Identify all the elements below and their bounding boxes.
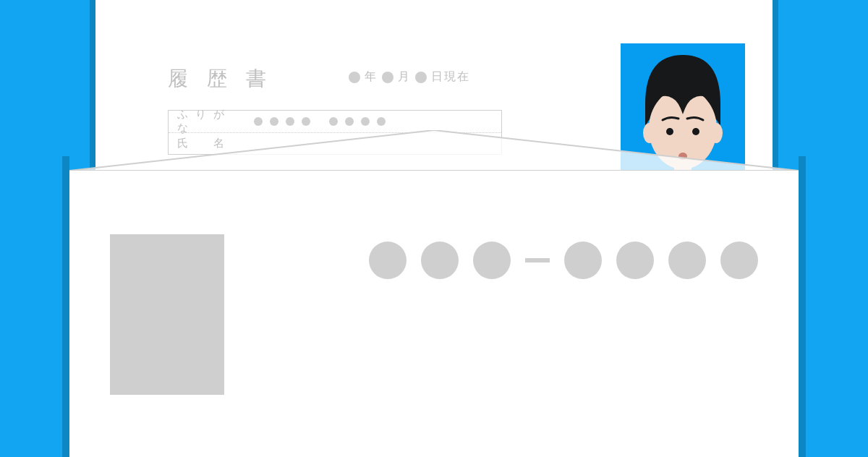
- postal-dash: [525, 258, 550, 262]
- resume-row-furigana: ふりがな: [169, 111, 501, 132]
- postal-digit: [720, 242, 758, 279]
- svg-point-2: [710, 123, 723, 143]
- envelope-content: [110, 234, 758, 395]
- postal-digit: [369, 242, 407, 279]
- label-month: 月: [398, 69, 411, 85]
- postal-digit: [421, 242, 459, 279]
- resume-date-line: 年 月 日現在: [349, 69, 470, 85]
- placeholder-dots: [254, 116, 318, 128]
- label-name: 氏 名: [177, 137, 242, 150]
- placeholder-dot: [382, 72, 393, 83]
- placeholder-dots: [329, 116, 393, 128]
- svg-point-3: [666, 128, 673, 135]
- postal-digit: [473, 242, 511, 279]
- postal-digit: [616, 242, 654, 279]
- svg-point-4: [692, 128, 699, 135]
- envelope-shadow-left: [62, 156, 69, 457]
- postal-digit: [564, 242, 602, 279]
- svg-point-1: [643, 123, 656, 143]
- placeholder-dot: [415, 72, 427, 83]
- resume-title: 履歴書: [168, 65, 285, 93]
- stamp-placeholder: [110, 234, 224, 395]
- resume-table: ふりがな 氏 名: [168, 110, 502, 155]
- svg-point-5: [678, 153, 687, 160]
- resume-row-name: 氏 名: [169, 132, 501, 154]
- id-photo: [621, 43, 745, 185]
- label-day-suffix: 日現在: [431, 69, 470, 85]
- envelope-shadow-right: [799, 156, 806, 457]
- postal-digit: [668, 242, 706, 279]
- envelope: [69, 171, 799, 457]
- avatar-icon: [621, 43, 745, 185]
- placeholder-dot: [349, 72, 360, 83]
- label-furigana: ふりがな: [177, 108, 242, 135]
- label-year: 年: [365, 69, 378, 85]
- postal-code: [369, 242, 758, 279]
